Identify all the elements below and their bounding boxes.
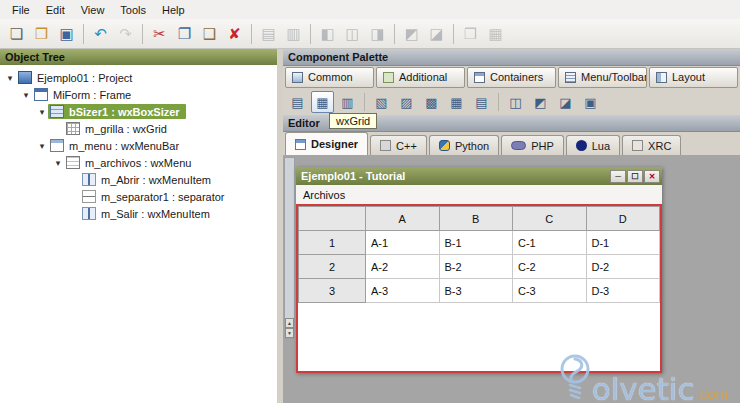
expand-arrow-icon[interactable]: ▾ xyxy=(36,107,48,117)
align-center-button[interactable]: ◫ xyxy=(340,22,365,46)
close-button[interactable]: ✕ xyxy=(644,170,660,183)
toolbar-separator xyxy=(310,24,311,44)
redo-button[interactable]: ↷ xyxy=(113,22,138,46)
editor-title: Editor xyxy=(288,117,320,129)
treectrl-button[interactable]: ▩ xyxy=(420,91,443,113)
tree-node-m-menu[interactable]: ▾m_menu : wxMenuBar xyxy=(0,137,277,154)
palette-tab-containers[interactable]: Containers xyxy=(467,67,556,88)
expand-arrow-icon[interactable]: ▾ xyxy=(20,90,32,100)
editor-tab-lua[interactable]: Lua xyxy=(566,135,620,155)
cut-button[interactable]: ✂ xyxy=(147,22,172,46)
grid-row-header[interactable]: 2 xyxy=(299,255,366,279)
wxgrid-selected-region[interactable]: ABCD1A-1B-1C-1D-12A-2B-2C-2D-23A-3B-3C-3… xyxy=(296,204,662,373)
tree-node-miform[interactable]: ▾MiForm : Frame xyxy=(0,86,277,103)
scrolledwindow-button[interactable]: ▤ xyxy=(286,91,309,113)
grid-row-header[interactable]: 1 xyxy=(299,231,366,255)
align-right-button[interactable]: ◨ xyxy=(365,22,390,46)
grid-col-header[interactable]: A xyxy=(366,207,440,231)
listctrl-button[interactable]: ▨ xyxy=(395,91,418,113)
statusbar-icon: ◩ xyxy=(534,95,546,110)
palette-tab-menu-toolbar[interactable]: Menu/Toolbar xyxy=(558,67,647,88)
menubar-ctrl-button[interactable]: ◪ xyxy=(554,91,577,113)
palette-tab-layout[interactable]: Layout xyxy=(649,67,738,88)
tree-node-m-separator1[interactable]: m_separator1 : separator xyxy=(0,188,277,205)
border-left-button[interactable]: ◩ xyxy=(399,22,424,46)
grid-cell[interactable]: D-3 xyxy=(586,279,660,303)
border-right-button[interactable]: ◪ xyxy=(424,22,449,46)
expand-arrow-icon[interactable]: ▾ xyxy=(4,73,16,83)
maximize-button[interactable]: ☐ xyxy=(627,170,643,183)
tree-node-m-salir[interactable]: m_Salir : wxMenuItem xyxy=(0,205,277,222)
editor-tab-label: Python xyxy=(455,140,489,152)
align-left-button[interactable]: ◧ xyxy=(315,22,340,46)
preview-window-button[interactable]: ❒ xyxy=(458,22,483,46)
copy-button[interactable]: ❐ xyxy=(172,22,197,46)
choice-button[interactable]: ▦ xyxy=(445,91,468,113)
grid-cell[interactable]: A-2 xyxy=(366,255,440,279)
vertical-scrollbar[interactable]: ▲ ▼ xyxy=(284,157,295,339)
tree-node-bsizer1[interactable]: ▾bSizer1 : wxBoxSizer xyxy=(0,103,277,120)
expand-button[interactable]: ▤ xyxy=(256,22,281,46)
tree-node-ejemplo01[interactable]: ▾Ejemplo01 : Project xyxy=(0,69,277,86)
new-file-button[interactable]: ❏ xyxy=(4,22,29,46)
scroll-down-icon[interactable]: ▼ xyxy=(285,328,294,338)
palette-tab-common[interactable]: Common xyxy=(285,67,374,88)
propertygrid-button[interactable]: ▥ xyxy=(336,91,359,113)
palette-tab-additional[interactable]: Additional xyxy=(376,67,465,88)
editor-tab-php[interactable]: PHP xyxy=(501,135,564,155)
menu-icon xyxy=(66,156,80,169)
menubar-item-tools[interactable]: Tools xyxy=(112,2,154,18)
panel-button[interactable]: ▣ xyxy=(579,91,602,113)
menu-archivos[interactable]: Archivos xyxy=(303,189,345,201)
grid-cell[interactable]: B-1 xyxy=(439,231,513,255)
grid-cell[interactable]: A-1 xyxy=(366,231,440,255)
delete-icon: ✘ xyxy=(228,26,241,41)
tree-node-m-grilla[interactable]: m_grilla : wxGrid xyxy=(0,120,277,137)
grid-cell[interactable]: C-2 xyxy=(513,255,587,279)
grid-col-header[interactable]: D xyxy=(586,207,660,231)
save-button[interactable]: ▣ xyxy=(54,22,79,46)
stretch-button[interactable]: ▥ xyxy=(281,22,306,46)
grid-row-header[interactable]: 3 xyxy=(299,279,366,303)
undo-button[interactable]: ↶ xyxy=(88,22,113,46)
editor-tab-label: Lua xyxy=(592,140,610,152)
wxgrid-button[interactable]: ▦ xyxy=(311,91,334,113)
scroll-up-icon[interactable]: ▲ xyxy=(285,318,294,328)
grid-corner-cell[interactable] xyxy=(299,207,366,231)
grid-cell[interactable]: C-3 xyxy=(513,279,587,303)
listbox-button[interactable]: ▧ xyxy=(370,91,393,113)
tree-node-m-abrir[interactable]: m_Abrir : wxMenuItem xyxy=(0,171,277,188)
expand-arrow-icon[interactable]: ▾ xyxy=(36,141,48,151)
editor-tab-c[interactable]: C++ xyxy=(370,135,427,155)
menubar-item-help[interactable]: Help xyxy=(154,2,193,18)
menubar-item-view[interactable]: View xyxy=(73,2,113,18)
editor-tab-xrc[interactable]: XRC xyxy=(622,135,681,155)
tree-node-m-archivos[interactable]: ▾m_archivos : wxMenu xyxy=(0,154,277,171)
window-list-button[interactable]: ▦ xyxy=(483,22,508,46)
statusbar-button[interactable]: ◩ xyxy=(529,91,552,113)
grid-cell[interactable]: D-1 xyxy=(586,231,660,255)
toolbar-separator xyxy=(453,24,454,44)
editor-tab-designer[interactable]: Designer xyxy=(285,132,368,155)
menubar-item-edit[interactable]: Edit xyxy=(38,2,73,18)
grid-cell[interactable]: A-3 xyxy=(366,279,440,303)
menubar-item-file[interactable]: File xyxy=(4,2,38,18)
grid-cell[interactable]: B-2 xyxy=(439,255,513,279)
delete-button[interactable]: ✘ xyxy=(222,22,247,46)
preview-frame-titlebar[interactable]: Ejemplo01 - Tutorial ─ ☐ ✕ xyxy=(296,167,662,185)
grid-col-header[interactable]: C xyxy=(513,207,587,231)
notebook-button[interactable]: ▤ xyxy=(470,91,493,113)
propertygrid-icon: ▥ xyxy=(341,95,353,110)
wxgrid-tooltip: wxGrid xyxy=(329,113,377,129)
open-folder-button[interactable]: ❒ xyxy=(29,22,54,46)
grid-cell[interactable]: B-3 xyxy=(439,279,513,303)
paste-button[interactable]: ❑ xyxy=(197,22,222,46)
expand-arrow-icon[interactable]: ▾ xyxy=(52,158,64,168)
editor-tab-python[interactable]: Python xyxy=(429,135,499,155)
treectrl-icon: ▩ xyxy=(425,95,437,110)
grid-col-header[interactable]: B xyxy=(439,207,513,231)
minimize-button[interactable]: ─ xyxy=(610,170,626,183)
toolbar-ctrl-button[interactable]: ◫ xyxy=(504,91,527,113)
grid-cell[interactable]: D-2 xyxy=(586,255,660,279)
grid-cell[interactable]: C-1 xyxy=(513,231,587,255)
